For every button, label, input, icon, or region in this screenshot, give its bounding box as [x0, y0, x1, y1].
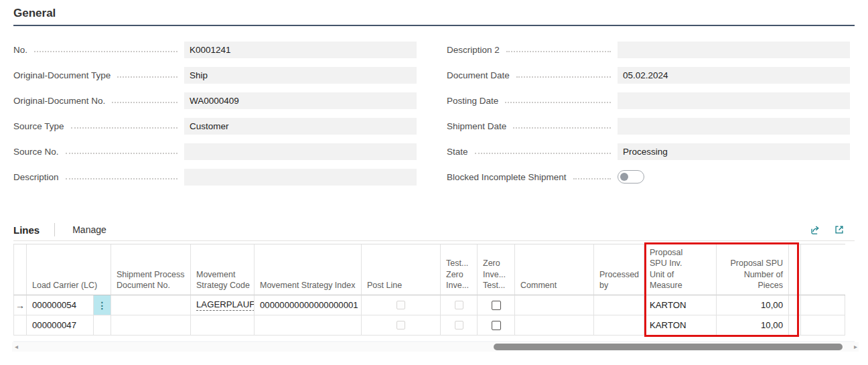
movement-strategy-code-cell[interactable]: LAGERPLAUF... — [191, 295, 255, 315]
spacer-cell — [789, 315, 801, 336]
dotted-leader — [66, 153, 177, 154]
column-header-zero-inventory-test[interactable]: Zero Inve... Test... — [478, 244, 515, 295]
spacer-cell — [789, 295, 801, 315]
post-line-checkbox — [396, 301, 405, 309]
test-zero-inventory-cell — [441, 315, 478, 336]
post-line-cell — [362, 295, 441, 315]
document-date-label: Document Date — [447, 70, 510, 80]
caption-separator — [54, 223, 55, 236]
original-document-type-value: Ship — [190, 70, 208, 80]
test-zero-inventory-checkbox — [455, 321, 463, 330]
proposal-spu-number-of-pieces-cell[interactable]: 10,00 — [717, 295, 789, 315]
dotted-leader — [66, 178, 177, 179]
load-carrier-cell[interactable]: 000000047 — [27, 315, 94, 336]
column-header-spacer — [789, 244, 801, 295]
processed-by-cell[interactable] — [594, 295, 644, 315]
test-zero-inventory-checkbox — [455, 301, 463, 309]
shipment-process-document-no-cell[interactable] — [111, 295, 191, 315]
description-2-field[interactable] — [618, 42, 850, 58]
movement-strategy-code-link[interactable]: LAGERPLAUF... — [196, 299, 255, 311]
column-header-post-line[interactable]: Post Line — [362, 244, 441, 295]
original-document-no-field[interactable]: WA0000409 — [184, 92, 417, 109]
original-document-type-field[interactable]: Ship — [184, 67, 417, 84]
caption-divider — [13, 240, 855, 241]
no-label: No. — [13, 45, 27, 55]
posting-date-label: Posting Date — [447, 96, 498, 106]
source-no-label: Source No. — [13, 147, 59, 157]
state-field[interactable]: Processing — [618, 143, 850, 160]
zero-inventory-test-checkbox[interactable] — [492, 301, 501, 310]
post-line-checkbox — [396, 321, 405, 330]
scrollbar-thumb[interactable] — [494, 344, 843, 350]
column-header-load-carrier[interactable]: Load Carrier (LC) — [27, 244, 111, 295]
column-header-proposal-spu-number-of-pieces[interactable]: Proposal SPU Number of Pieces — [717, 244, 789, 295]
dotted-leader — [573, 178, 611, 179]
test-zero-inventory-cell — [441, 295, 478, 315]
proposal-spu-inv-unit-of-measure-cell[interactable]: KARTON — [644, 315, 717, 336]
row-menu-cell[interactable] — [94, 315, 111, 336]
original-document-no-value: WA0000409 — [190, 96, 239, 106]
general-section-title[interactable]: General — [13, 4, 855, 25]
row-menu-icon[interactable]: ⋮ — [94, 295, 111, 315]
blocked-incomplete-shipment-toggle[interactable] — [618, 170, 644, 184]
no-value: K0001241 — [190, 45, 231, 55]
blocked-incomplete-shipment-label: Blocked Incomplete Shipment — [447, 172, 567, 182]
shipment-date-field[interactable] — [618, 118, 850, 135]
scroll-left-arrow-icon[interactable]: ◂ — [15, 343, 18, 351]
dotted-leader — [506, 51, 611, 52]
table-row: 000000047 KARTON 10,00 — [13, 315, 845, 336]
column-header-filler — [801, 244, 845, 295]
movement-strategy-index-cell[interactable]: 00000000000000000001 — [255, 295, 362, 315]
proposal-spu-inv-unit-of-measure-cell[interactable]: KARTON — [644, 295, 717, 315]
shipment-process-document-no-cell[interactable] — [111, 315, 191, 336]
description-field[interactable] — [184, 169, 417, 186]
horizontal-scrollbar[interactable]: ◂ ▸ — [12, 342, 859, 352]
row-marker — [13, 315, 27, 336]
document-date-value: 05.02.2024 — [623, 70, 668, 80]
column-header-comment[interactable]: Comment — [515, 244, 594, 295]
dotted-leader — [117, 76, 177, 78]
dotted-leader — [71, 127, 177, 129]
lines-tab[interactable]: Lines — [13, 224, 40, 236]
movement-strategy-index-cell[interactable] — [255, 315, 362, 336]
state-value: Processing — [623, 147, 668, 157]
lines-table: Load Carrier (LC) Shipment Process Docum… — [13, 244, 845, 336]
proposal-spu-number-of-pieces-cell[interactable]: 10,00 — [717, 315, 789, 336]
scroll-right-arrow-icon[interactable]: ▸ — [854, 343, 857, 351]
processed-by-cell[interactable] — [594, 315, 644, 336]
column-header-processed-by[interactable]: Processed by — [594, 244, 644, 295]
comment-cell[interactable] — [515, 315, 594, 336]
share-icon[interactable] — [809, 224, 821, 236]
dotted-leader — [475, 153, 611, 154]
movement-strategy-code-cell[interactable] — [191, 315, 255, 336]
column-header-test-zero-inventory[interactable]: Test... Zero Inve... — [441, 244, 478, 295]
focus-mode-icon[interactable] — [833, 224, 845, 236]
source-type-label: Source Type — [13, 121, 64, 131]
post-line-cell — [362, 315, 441, 336]
manage-menu[interactable]: Manage — [72, 224, 106, 235]
column-header-movement-strategy-index[interactable]: Movement Strategy Index — [255, 244, 362, 295]
load-carrier-cell[interactable]: 000000054 — [27, 295, 94, 315]
column-header-shipment-process-document-no[interactable]: Shipment Process Document No. — [111, 244, 191, 295]
dotted-leader — [112, 102, 177, 103]
zero-inventory-test-checkbox[interactable] — [492, 321, 501, 330]
general-section: General No. K0001241 Original-Document T… — [13, 4, 855, 190]
column-header-proposal-spu-inv-unit-of-measure[interactable]: Proposal SPU Inv. Unit of Measure — [644, 244, 717, 295]
toggle-knob-icon — [620, 173, 628, 181]
document-date-field[interactable]: 05.02.2024 — [618, 67, 850, 84]
row-indicator-header — [13, 244, 27, 295]
no-field[interactable]: K0001241 — [184, 42, 417, 58]
column-header-movement-strategy-code[interactable]: Movement Strategy Code — [191, 244, 255, 295]
source-no-field[interactable] — [184, 143, 417, 160]
description-label: Description — [13, 172, 59, 182]
zero-inventory-test-cell[interactable] — [478, 315, 515, 336]
source-type-field[interactable]: Customer — [184, 118, 417, 135]
comment-cell[interactable] — [515, 295, 594, 315]
source-type-value: Customer — [190, 121, 229, 131]
original-document-no-label: Original-Document No. — [13, 96, 105, 106]
header-text: Proposal SPU Number of Pieces — [728, 258, 783, 291]
filler-cell — [801, 315, 845, 336]
dotted-leader — [516, 76, 611, 78]
zero-inventory-test-cell[interactable] — [478, 295, 515, 315]
posting-date-field[interactable] — [618, 92, 850, 109]
